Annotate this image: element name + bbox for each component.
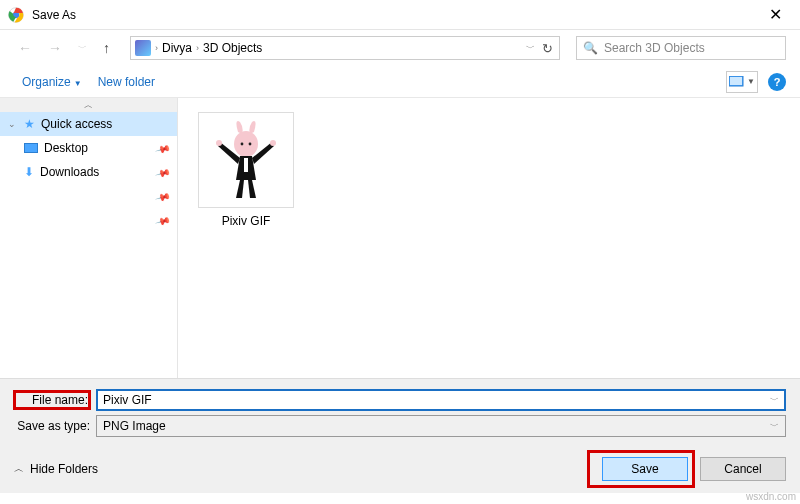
pin-icon: 📌: [155, 188, 171, 204]
sidebar-item-desktop[interactable]: Desktop 📌: [0, 136, 177, 160]
pin-icon: 📌: [155, 212, 171, 228]
nav-bar: ← → ﹀ ↑ › Divya › 3D Objects ﹀ ↻ 🔍 Searc…: [0, 30, 800, 66]
downloads-icon: ⬇: [24, 165, 34, 179]
address-dropdown[interactable]: ﹀: [526, 42, 535, 55]
bunny-figure-icon: [206, 120, 286, 200]
action-bar: ︿ Hide Folders Save Cancel: [0, 445, 800, 493]
picture-icon: [729, 76, 745, 88]
chevron-right-icon[interactable]: ›: [196, 43, 199, 53]
pin-icon: 📌: [155, 164, 171, 180]
nav-pane: ︿ ⌄ ★ Quick access Desktop 📌 ⬇ Downloads…: [0, 98, 178, 378]
folder-3d-icon: [135, 40, 151, 56]
sidebar-item-label: Quick access: [41, 117, 112, 131]
sidebar-item-downloads[interactable]: ⬇ Downloads 📌: [0, 160, 177, 184]
file-type-select[interactable]: PNG Image ﹀: [96, 415, 786, 437]
watermark: wsxdn.com: [746, 491, 796, 502]
save-fields: File name: Pixiv GIF ﹀ Save as type: PNG…: [0, 378, 800, 445]
file-type-value: PNG Image: [103, 419, 166, 433]
svg-point-5: [241, 143, 244, 146]
address-bar[interactable]: › Divya › 3D Objects ﹀ ↻: [130, 36, 560, 60]
sidebar-item-label: Downloads: [40, 165, 99, 179]
file-name-value: Pixiv GIF: [103, 393, 152, 407]
svg-point-8: [270, 140, 276, 146]
pin-icon: 📌: [155, 140, 171, 156]
forward-button: →: [44, 38, 66, 58]
star-icon: ★: [24, 117, 35, 131]
breadcrumb-seg[interactable]: 3D Objects: [203, 41, 262, 55]
file-label: Pixiv GIF: [198, 208, 294, 228]
file-view[interactable]: Pixiv GIF: [178, 98, 800, 378]
sidebar-item-blank[interactable]: 📌: [0, 184, 177, 208]
breadcrumb-seg[interactable]: Divya: [162, 41, 192, 55]
sidebar-item-quick-access[interactable]: ⌄ ★ Quick access: [0, 112, 177, 136]
chrome-icon: [8, 7, 24, 23]
command-bar: Organize▼ New folder ▼ ?: [0, 66, 800, 98]
organize-menu[interactable]: Organize▼: [14, 71, 90, 93]
search-placeholder: Search 3D Objects: [604, 41, 705, 55]
file-type-label: Save as type:: [14, 419, 90, 433]
file-name-label: File name:: [14, 391, 90, 409]
chevron-down-icon[interactable]: ﹀: [770, 420, 779, 433]
refresh-button[interactable]: ↻: [542, 41, 553, 56]
cancel-button[interactable]: Cancel: [700, 457, 786, 481]
close-button[interactable]: ✕: [759, 3, 792, 26]
sidebar-item-blank[interactable]: 📌: [0, 208, 177, 232]
file-item[interactable]: Pixiv GIF: [198, 112, 294, 228]
search-icon: 🔍: [583, 41, 598, 55]
view-options-button[interactable]: ▼: [726, 71, 758, 93]
svg-point-6: [249, 143, 252, 146]
file-name-input[interactable]: Pixiv GIF ﹀: [96, 389, 786, 411]
back-button[interactable]: ←: [14, 38, 36, 58]
new-folder-button[interactable]: New folder: [90, 71, 163, 93]
hide-folders-label: Hide Folders: [30, 462, 98, 476]
help-button[interactable]: ?: [768, 73, 786, 91]
window-title: Save As: [32, 8, 759, 22]
search-input[interactable]: 🔍 Search 3D Objects: [576, 36, 786, 60]
explorer-body: ︿ ⌄ ★ Quick access Desktop 📌 ⬇ Downloads…: [0, 98, 800, 378]
chevron-down-icon[interactable]: ﹀: [770, 394, 779, 407]
chevron-up-icon: ︿: [14, 462, 24, 476]
sidebar-item-label: Desktop: [44, 141, 88, 155]
svg-rect-3: [730, 77, 742, 85]
recent-dropdown[interactable]: ﹀: [74, 40, 91, 57]
chevron-right-icon[interactable]: ›: [155, 43, 158, 53]
file-thumbnail: [198, 112, 294, 208]
desktop-icon: [24, 143, 38, 153]
expand-icon[interactable]: ⌄: [8, 119, 18, 129]
hide-folders-toggle[interactable]: ︿ Hide Folders: [14, 462, 98, 476]
svg-point-4: [234, 131, 258, 157]
up-button[interactable]: ↑: [99, 38, 114, 58]
title-bar: Save As ✕: [0, 0, 800, 30]
svg-point-7: [216, 140, 222, 146]
save-button[interactable]: Save: [602, 457, 688, 481]
scroll-up-button[interactable]: ︿: [0, 98, 177, 112]
save-highlight: Save: [590, 453, 692, 485]
